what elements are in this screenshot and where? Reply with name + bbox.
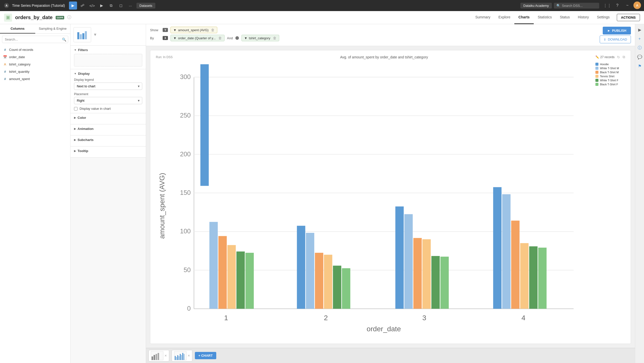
add-chart-button[interactable]: + CHART: [195, 352, 216, 359]
topbar: A Time Series Preparation (Tutorial) ▶ ☍…: [0, 0, 644, 11]
secondbar: D orders_by_date GDPR ⓘ Summary Explore …: [0, 11, 644, 24]
svg-text:250: 250: [180, 112, 191, 119]
tab-history[interactable]: History: [574, 11, 593, 24]
chart-type-thumbnail[interactable]: [74, 27, 91, 42]
chart-tab-2[interactable]: ✕: [172, 350, 192, 361]
list-item[interactable]: # Count of records: [0, 46, 70, 53]
tab-status[interactable]: Status: [556, 11, 574, 24]
filters-header[interactable]: ▼ Filters: [74, 48, 142, 52]
svg-text:150: 150: [180, 189, 191, 196]
datasets-button[interactable]: Datasets: [136, 3, 155, 9]
y-axis-badge[interactable]: Y: [163, 28, 168, 32]
subcharts-header[interactable]: ▶ Subcharts: [74, 138, 142, 142]
svg-rect-46: [502, 194, 511, 309]
tab-columns[interactable]: Columns: [0, 24, 35, 33]
git-icon[interactable]: ☍: [79, 2, 87, 10]
svg-rect-43: [440, 257, 449, 309]
by-x-field-delete[interactable]: 🗑: [218, 36, 222, 40]
sidebar-plus-icon[interactable]: +: [636, 35, 643, 42]
chart-tab-2-delete[interactable]: ✕: [188, 354, 190, 357]
by-color-field-delete[interactable]: 🗑: [273, 36, 276, 40]
deploy-icon[interactable]: ◻: [117, 2, 125, 10]
chart-config-bar: Show Y ▼ amount_spent (AVG) 🗑 By X ▼: [146, 24, 635, 46]
download-button[interactable]: ⇓ DOWNLOAD: [600, 35, 631, 43]
legend-label: Tennis Shirt: [600, 75, 614, 78]
flow-icon[interactable]: ▶: [69, 2, 77, 10]
subcharts-arrow: ▶: [74, 138, 76, 141]
notifications-icon[interactable]: ~: [623, 2, 631, 10]
grid-icon[interactable]: ⋮⋮: [603, 2, 611, 10]
more-icon[interactable]: ···: [126, 2, 134, 10]
display-header[interactable]: ▼ Display: [74, 72, 142, 76]
list-item[interactable]: # tshirt_quantity: [0, 68, 70, 75]
dot-badge[interactable]: [235, 36, 239, 40]
list-item[interactable]: # amount_spent: [0, 75, 70, 83]
user-avatar[interactable]: A: [633, 2, 641, 9]
svg-text:1: 1: [224, 314, 228, 322]
svg-rect-5: [80, 34, 82, 39]
placement-select[interactable]: Right Left Center: [74, 97, 142, 104]
app-logo[interactable]: A: [3, 2, 10, 9]
svg-rect-42: [431, 256, 440, 309]
chart-tab-1[interactable]: ✕: [149, 350, 169, 361]
sidebar-info-icon[interactable]: ⓘ: [636, 44, 643, 51]
refresh-icon[interactable]: ↻: [617, 55, 620, 59]
color-header[interactable]: ▶ Color: [74, 116, 142, 120]
tab-explore[interactable]: Explore: [494, 11, 514, 24]
svg-rect-35: [333, 266, 341, 309]
svg-rect-60: [178, 356, 180, 360]
svg-rect-6: [82, 33, 84, 39]
svg-text:2: 2: [324, 314, 328, 322]
tab-sampling[interactable]: Sampling & Engine: [35, 24, 70, 33]
svg-text:amount_spent (AVG): amount_spent (AVG): [158, 173, 166, 239]
academy-button[interactable]: Dataiku Academy: [520, 3, 552, 9]
legend-color-white-f: [595, 79, 598, 82]
run-icon[interactable]: ▶: [98, 2, 106, 10]
actions-button[interactable]: ACTIONS: [617, 14, 640, 21]
by-x-field-pill[interactable]: ▼ order_date (Quarter of y... 🗑: [170, 35, 224, 41]
show-row: Show Y ▼ amount_spent (AVG) 🗑: [150, 27, 595, 33]
help-icon[interactable]: ?: [613, 2, 621, 10]
dataset-info-icon[interactable]: ⓘ: [67, 15, 71, 20]
legend-label: White T-Shirt F: [600, 79, 618, 82]
chart-tab-delete[interactable]: ✕: [164, 354, 167, 357]
dataset-icon: D: [4, 14, 12, 22]
by-color-field-pill[interactable]: ▼ tshirt_category 🗑: [241, 35, 279, 41]
display-value-checkbox[interactable]: [74, 107, 78, 111]
animation-label: Animation: [78, 127, 94, 131]
sidebar-flag-icon[interactable]: ⚑: [636, 62, 643, 69]
svg-rect-53: [152, 356, 153, 360]
dataset-badge: GDPR: [56, 16, 64, 19]
tooltip-header[interactable]: ▶ Tooltip: [74, 149, 142, 153]
jobs-icon[interactable]: ⧉: [107, 2, 115, 10]
tab-statistics[interactable]: Statistics: [534, 11, 556, 24]
animation-header[interactable]: ▶ Animation: [74, 127, 142, 131]
show-field-delete[interactable]: 🗑: [211, 28, 214, 32]
display-value-label[interactable]: Display value in chart: [80, 107, 111, 111]
code-icon[interactable]: </>: [88, 2, 96, 10]
svg-rect-29: [245, 253, 254, 309]
chart-legend: Hoodie White T-Shirt M Black T-Shirt M: [595, 60, 626, 339]
subcharts-label: Subcharts: [78, 138, 94, 142]
tab-settings[interactable]: Settings: [593, 11, 614, 24]
chart-tab-thumbnail: [151, 351, 163, 360]
chart-action-buttons: ► PUBLISH ⇓ DOWNLOAD: [595, 27, 631, 43]
list-item[interactable]: 📅 order_date: [0, 53, 70, 61]
tab-summary[interactable]: Summary: [471, 11, 494, 24]
tab-charts[interactable]: Charts: [514, 11, 533, 24]
column-search-input[interactable]: [2, 36, 68, 43]
sidebar-chat-icon[interactable]: 💬: [636, 53, 643, 60]
publish-button[interactable]: ► PUBLISH: [603, 27, 631, 34]
filter-drop-zone[interactable]: [74, 54, 142, 66]
list-item[interactable]: A tshirt_category: [0, 61, 70, 68]
svg-rect-56: [158, 353, 159, 360]
chart-type-arrow[interactable]: ▼: [93, 32, 97, 37]
svg-rect-50: [538, 248, 547, 309]
legend-select[interactable]: Next to chart Above Below Left None: [74, 83, 142, 90]
show-field-pill[interactable]: ▼ amount_spent (AVG) 🗑: [170, 27, 217, 33]
sidebar-arrow-icon[interactable]: ▶: [636, 26, 643, 33]
svg-rect-27: [227, 245, 236, 309]
x-axis-badge[interactable]: X: [163, 36, 168, 40]
search-bar[interactable]: 🔍 Search DSS...: [554, 3, 599, 9]
expand-icon[interactable]: ⧉: [623, 55, 625, 59]
